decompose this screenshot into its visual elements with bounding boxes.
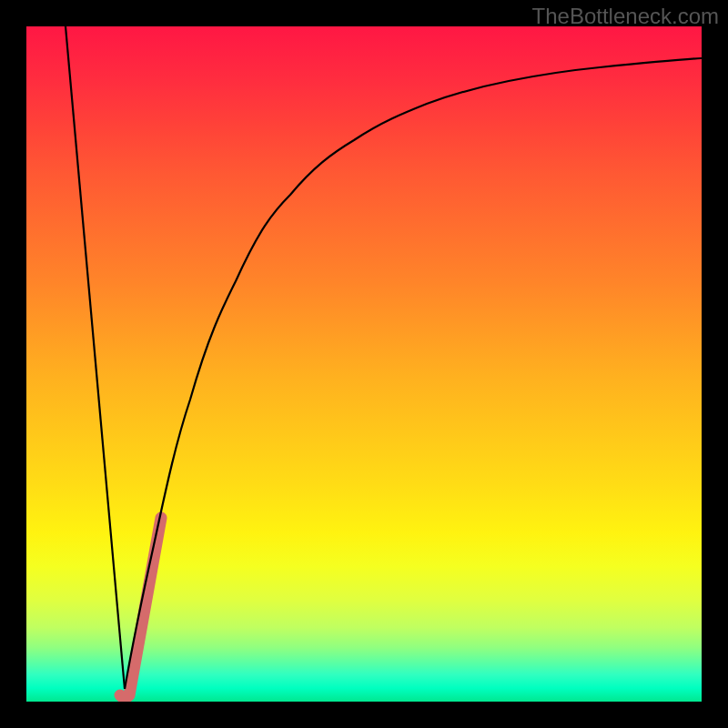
watermark-text: TheBottleneck.com [532,4,719,29]
chart-plot-area [26,26,702,702]
descending-line [66,26,125,689]
ascending-curve [125,58,702,689]
chart-svg [26,26,702,702]
